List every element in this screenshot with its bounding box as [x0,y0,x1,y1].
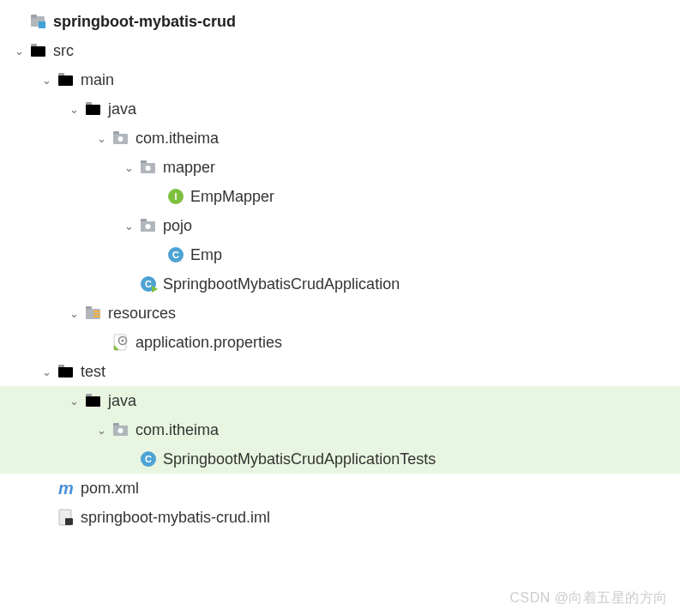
tree-item-resources[interactable]: ⌄ resources [0,299,680,328]
tree-item-java-main[interactable]: ⌄ java [0,94,680,124]
project-name: springboot-mybatis-crud [53,13,236,31]
project-root[interactable]: ⌄ springboot-mybatis-crud [0,7,680,36]
tree-label: pojo [163,217,192,235]
tree-label: java [108,100,136,118]
package-icon [139,158,158,177]
tree-label: SpringbootMybatisCrudApplicationTests [163,450,436,468]
chevron-down-icon[interactable]: ⌄ [38,71,55,88]
chevron-down-icon[interactable]: ⌄ [65,100,82,118]
chevron-down-icon[interactable]: ⌄ [93,130,110,147]
source-folder-icon [84,100,103,118]
chevron-down-icon[interactable]: ⌄ [38,363,55,380]
folder-icon [29,41,48,60]
project-tree: ⌄ springboot-mybatis-crud ⌄ src ⌄ main ⌄… [0,7,680,532]
tree-item-test-class[interactable]: ⌄ SpringbootMybatisCrudApplicationTests [0,444,680,474]
tree-item-mapper[interactable]: ⌄ mapper [0,153,680,182]
class-icon [166,245,185,264]
watermark: CSDN @向着五星的方向 [509,589,668,607]
tree-label: SpringbootMybatisCrudApplication [163,275,400,293]
package-icon [111,129,130,148]
package-icon [111,420,130,439]
tree-label: pom.xml [81,480,139,498]
tree-item-emp[interactable]: ⌄ Emp [0,240,680,269]
tree-item-pkg-main[interactable]: ⌄ com.itheima [0,124,680,153]
tree-label: src [53,42,74,60]
folder-icon [57,362,75,381]
test-folder-icon [84,391,103,410]
iml-file-icon [57,508,75,527]
tree-item-main[interactable]: ⌄ main [0,65,680,94]
chevron-down-icon[interactable]: ⌄ [120,217,137,234]
class-icon [139,450,158,468]
interface-icon [166,187,185,206]
chevron-down-icon[interactable]: ⌄ [120,159,137,176]
tree-label: com.itheima [135,130,219,148]
chevron-down-icon[interactable]: ⌄ [10,42,27,59]
tree-item-java-test[interactable]: ⌄ java [0,386,680,415]
tree-item-app-class[interactable]: ⌄ SpringbootMybatisCrudApplication [0,269,680,299]
folder-icon [57,70,75,89]
tree-label: EmpMapper [190,188,274,206]
chevron-down-icon[interactable]: ⌄ [93,421,110,438]
tree-item-pkg-test[interactable]: ⌄ com.itheima [0,415,680,444]
tree-label: com.itheima [135,421,219,439]
package-icon [139,216,158,235]
tree-label: java [108,392,136,410]
tree-item-iml[interactable]: ⌄ springboot-mybatis-crud.iml [0,503,680,532]
tree-label: resources [108,305,176,323]
tree-item-src[interactable]: ⌄ src [0,36,680,65]
tree-item-app-props[interactable]: ⌄ application.properties [0,328,680,357]
tree-label: main [81,71,114,89]
chevron-down-icon[interactable]: ⌄ [65,305,82,322]
tree-label: application.properties [135,334,282,352]
module-icon [29,12,48,31]
resources-folder-icon [84,304,103,323]
chevron-down-icon[interactable]: ⌄ [65,392,82,409]
tree-item-test[interactable]: ⌄ test [0,357,680,386]
properties-file-icon [111,333,130,352]
tree-label: mapper [163,159,215,177]
tree-item-empmapper[interactable]: ⌄ EmpMapper [0,182,680,211]
tree-label: springboot-mybatis-crud.iml [81,509,270,527]
tree-label: Emp [190,246,222,264]
tree-item-pojo[interactable]: ⌄ pojo [0,211,680,240]
maven-icon [57,479,75,498]
runnable-class-icon [139,275,158,293]
tree-item-pom[interactable]: ⌄ pom.xml [0,474,680,503]
tree-label: test [81,363,105,381]
